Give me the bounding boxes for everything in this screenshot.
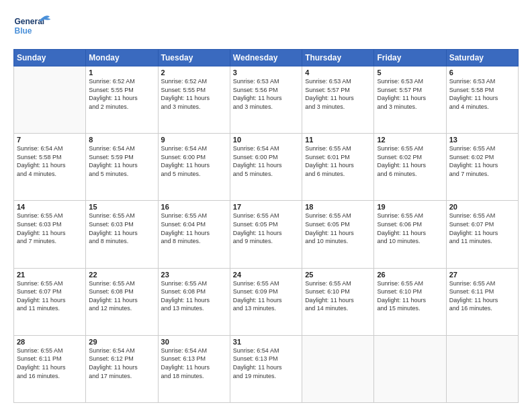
calendar-cell: 19Sunrise: 6:55 AM Sunset: 6:06 PM Dayli…	[374, 201, 446, 268]
day-number: 14	[17, 203, 83, 211]
header: General Blue	[13, 12, 519, 42]
calendar-cell: 26Sunrise: 6:55 AM Sunset: 6:10 PM Dayli…	[374, 268, 446, 335]
day-info: Sunrise: 6:54 AM Sunset: 5:59 PM Dayligh…	[89, 144, 154, 178]
day-info: Sunrise: 6:55 AM Sunset: 6:03 PM Dayligh…	[17, 212, 83, 245]
day-info: Sunrise: 6:55 AM Sunset: 6:10 PM Dayligh…	[305, 279, 371, 313]
calendar-cell: 18Sunrise: 6:55 AM Sunset: 6:05 PM Dayli…	[302, 201, 374, 268]
svg-text:Blue: Blue	[15, 26, 32, 36]
day-info: Sunrise: 6:53 AM Sunset: 5:56 PM Dayligh…	[233, 77, 299, 111]
day-number: 4	[305, 68, 371, 77]
day-info: Sunrise: 6:55 AM Sunset: 6:01 PM Dayligh…	[305, 144, 371, 178]
calendar-cell: 8Sunrise: 6:54 AM Sunset: 5:59 PM Daylig…	[86, 134, 158, 201]
day-info: Sunrise: 6:55 AM Sunset: 6:10 PM Dayligh…	[377, 279, 443, 313]
day-info: Sunrise: 6:54 AM Sunset: 5:58 PM Dayligh…	[17, 144, 83, 178]
col-header-friday: Friday	[374, 50, 446, 66]
page: General Blue SundayMondayTuesdayWednesda…	[0, 0, 532, 411]
calendar-cell: 1Sunrise: 6:52 AM Sunset: 5:55 PM Daylig…	[86, 66, 158, 134]
day-info: Sunrise: 6:55 AM Sunset: 6:02 PM Dayligh…	[449, 144, 515, 178]
day-info: Sunrise: 6:55 AM Sunset: 6:04 PM Dayligh…	[161, 212, 227, 245]
day-info: Sunrise: 6:53 AM Sunset: 5:57 PM Dayligh…	[377, 77, 443, 111]
day-number: 29	[89, 338, 154, 346]
day-number: 15	[89, 203, 154, 211]
day-number: 1	[89, 68, 154, 77]
day-number: 9	[161, 136, 227, 144]
day-info: Sunrise: 6:55 AM Sunset: 6:07 PM Dayligh…	[449, 212, 515, 245]
day-info: Sunrise: 6:52 AM Sunset: 5:55 PM Dayligh…	[89, 77, 154, 111]
day-number: 7	[17, 136, 83, 144]
calendar-cell	[446, 335, 518, 402]
day-info: Sunrise: 6:54 AM Sunset: 6:00 PM Dayligh…	[161, 144, 227, 178]
day-info: Sunrise: 6:54 AM Sunset: 6:13 PM Dayligh…	[161, 347, 227, 380]
day-number: 8	[89, 136, 154, 144]
calendar-cell: 13Sunrise: 6:55 AM Sunset: 6:02 PM Dayli…	[446, 134, 518, 201]
day-info: Sunrise: 6:55 AM Sunset: 6:02 PM Dayligh…	[377, 144, 443, 178]
calendar-cell: 10Sunrise: 6:54 AM Sunset: 6:00 PM Dayli…	[230, 134, 302, 201]
day-info: Sunrise: 6:55 AM Sunset: 6:09 PM Dayligh…	[233, 279, 299, 313]
day-number: 6	[449, 68, 515, 77]
calendar-cell: 22Sunrise: 6:55 AM Sunset: 6:08 PM Dayli…	[86, 268, 158, 335]
day-info: Sunrise: 6:54 AM Sunset: 6:13 PM Dayligh…	[233, 347, 299, 380]
day-info: Sunrise: 6:55 AM Sunset: 6:08 PM Dayligh…	[89, 279, 154, 313]
calendar-cell: 2Sunrise: 6:52 AM Sunset: 5:55 PM Daylig…	[158, 66, 230, 134]
calendar-cell	[374, 335, 446, 402]
calendar-cell	[14, 66, 86, 134]
day-number: 17	[233, 203, 299, 211]
day-number: 10	[233, 136, 299, 144]
day-number: 27	[449, 271, 515, 279]
day-info: Sunrise: 6:55 AM Sunset: 6:08 PM Dayligh…	[161, 279, 227, 313]
day-info: Sunrise: 6:55 AM Sunset: 6:11 PM Dayligh…	[17, 347, 83, 380]
calendar-cell: 16Sunrise: 6:55 AM Sunset: 6:04 PM Dayli…	[158, 201, 230, 268]
calendar-cell: 31Sunrise: 6:54 AM Sunset: 6:13 PM Dayli…	[230, 335, 302, 402]
calendar-table: SundayMondayTuesdayWednesdayThursdayFrid…	[13, 49, 519, 403]
day-number: 5	[377, 68, 443, 77]
calendar-cell: 20Sunrise: 6:55 AM Sunset: 6:07 PM Dayli…	[446, 201, 518, 268]
logo-image: General Blue	[13, 12, 54, 42]
calendar-cell: 29Sunrise: 6:54 AM Sunset: 6:12 PM Dayli…	[86, 335, 158, 402]
day-number: 25	[305, 271, 371, 279]
day-number: 30	[161, 338, 227, 346]
col-header-monday: Monday	[86, 50, 158, 66]
calendar-week-row: 28Sunrise: 6:55 AM Sunset: 6:11 PM Dayli…	[14, 335, 519, 402]
col-header-thursday: Thursday	[302, 50, 374, 66]
calendar-cell: 5Sunrise: 6:53 AM Sunset: 5:57 PM Daylig…	[374, 66, 446, 134]
logo: General Blue	[13, 12, 54, 42]
calendar-cell: 25Sunrise: 6:55 AM Sunset: 6:10 PM Dayli…	[302, 268, 374, 335]
day-number: 18	[305, 203, 371, 211]
day-info: Sunrise: 6:53 AM Sunset: 5:58 PM Dayligh…	[449, 77, 515, 111]
calendar-header-row: SundayMondayTuesdayWednesdayThursdayFrid…	[14, 50, 519, 66]
day-number: 28	[17, 338, 83, 346]
calendar-cell: 12Sunrise: 6:55 AM Sunset: 6:02 PM Dayli…	[374, 134, 446, 201]
calendar-cell: 6Sunrise: 6:53 AM Sunset: 5:58 PM Daylig…	[446, 66, 518, 134]
day-number: 24	[233, 271, 299, 279]
day-number: 16	[161, 203, 227, 211]
calendar-cell: 17Sunrise: 6:55 AM Sunset: 6:05 PM Dayli…	[230, 201, 302, 268]
day-info: Sunrise: 6:53 AM Sunset: 5:57 PM Dayligh…	[305, 77, 371, 111]
calendar-cell: 4Sunrise: 6:53 AM Sunset: 5:57 PM Daylig…	[302, 66, 374, 134]
day-number: 13	[449, 136, 515, 144]
calendar-cell	[302, 335, 374, 402]
day-number: 31	[233, 338, 299, 346]
calendar-cell: 27Sunrise: 6:55 AM Sunset: 6:11 PM Dayli…	[446, 268, 518, 335]
col-header-wednesday: Wednesday	[230, 50, 302, 66]
calendar-cell: 28Sunrise: 6:55 AM Sunset: 6:11 PM Dayli…	[14, 335, 86, 402]
calendar-cell: 11Sunrise: 6:55 AM Sunset: 6:01 PM Dayli…	[302, 134, 374, 201]
svg-text:General: General	[15, 17, 45, 26]
calendar-cell: 30Sunrise: 6:54 AM Sunset: 6:13 PM Dayli…	[158, 335, 230, 402]
calendar-cell: 7Sunrise: 6:54 AM Sunset: 5:58 PM Daylig…	[14, 134, 86, 201]
col-header-sunday: Sunday	[14, 50, 86, 66]
calendar-week-row: 7Sunrise: 6:54 AM Sunset: 5:58 PM Daylig…	[14, 134, 519, 201]
day-info: Sunrise: 6:55 AM Sunset: 6:07 PM Dayligh…	[17, 279, 83, 313]
day-info: Sunrise: 6:55 AM Sunset: 6:06 PM Dayligh…	[377, 212, 443, 245]
col-header-saturday: Saturday	[446, 50, 518, 66]
day-number: 2	[161, 68, 227, 77]
calendar-cell: 3Sunrise: 6:53 AM Sunset: 5:56 PM Daylig…	[230, 66, 302, 134]
calendar-week-row: 21Sunrise: 6:55 AM Sunset: 6:07 PM Dayli…	[14, 268, 519, 335]
day-number: 11	[305, 136, 371, 144]
day-info: Sunrise: 6:54 AM Sunset: 6:00 PM Dayligh…	[233, 144, 299, 178]
day-number: 3	[233, 68, 299, 77]
calendar-week-row: 1Sunrise: 6:52 AM Sunset: 5:55 PM Daylig…	[14, 66, 519, 134]
calendar-cell: 21Sunrise: 6:55 AM Sunset: 6:07 PM Dayli…	[14, 268, 86, 335]
day-info: Sunrise: 6:55 AM Sunset: 6:11 PM Dayligh…	[449, 279, 515, 313]
calendar-week-row: 14Sunrise: 6:55 AM Sunset: 6:03 PM Dayli…	[14, 201, 519, 268]
day-info: Sunrise: 6:55 AM Sunset: 6:03 PM Dayligh…	[89, 212, 154, 245]
